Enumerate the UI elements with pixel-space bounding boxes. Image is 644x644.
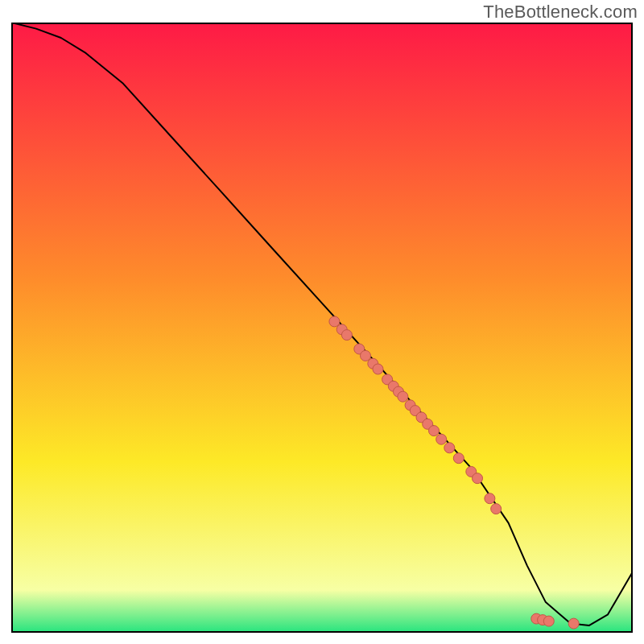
data-point — [429, 426, 440, 436]
data-point — [373, 364, 383, 374]
plot-overlay — [11, 23, 633, 633]
data-point — [473, 473, 483, 484]
curve-line — [11, 23, 633, 625]
data-points — [329, 316, 579, 629]
plot-area — [11, 23, 633, 633]
data-point — [398, 391, 408, 402]
data-point — [485, 493, 495, 504]
watermark-text: TheBottleneck.com — [483, 2, 638, 23]
data-point — [543, 616, 554, 626]
data-point — [436, 434, 447, 444]
data-point — [341, 330, 352, 341]
data-point — [491, 504, 502, 514]
chart-stage: TheBottleneck.com — [0, 0, 644, 644]
data-point — [568, 618, 579, 629]
data-point — [329, 316, 340, 327]
data-point — [361, 350, 371, 361]
data-point — [453, 453, 464, 464]
data-point — [444, 443, 455, 453]
